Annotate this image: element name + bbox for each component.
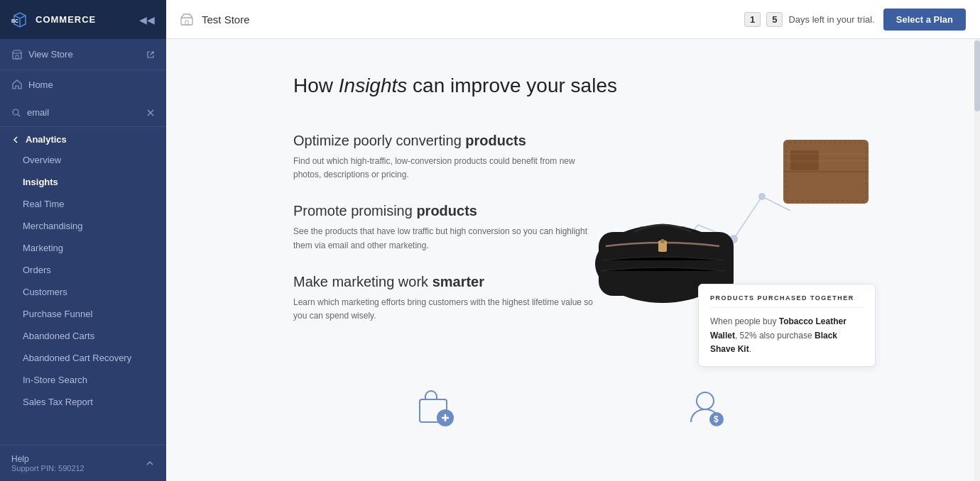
sidebar-item-customers[interactable]: Customers — [0, 281, 166, 303]
customer-dollar-icon: $ — [684, 387, 726, 429]
svg-point-4 — [13, 109, 18, 115]
sidebar-item-purchase-funnel[interactable]: Purchase Funnel — [0, 303, 166, 325]
scrollbar[interactable] — [974, 39, 980, 481]
sidebar-home[interactable]: Home — [0, 70, 166, 99]
topbar: Test Store 1 5 Days left in your trial. … — [166, 0, 980, 39]
products-card: PRODUCTS PURCHASED TOGETHER When people … — [698, 284, 876, 367]
insights-content: Optimize poorly converting products Find… — [293, 133, 847, 344]
sidebar-item-merchandising[interactable]: Merchandising — [0, 215, 166, 237]
card-body-middle: , 52% also purchase — [735, 331, 815, 341]
sidebar-header: BC COMMERCE ◀◀ — [0, 0, 166, 39]
external-link-icon — [146, 50, 155, 59]
customer-dollar-icon-container: $ — [684, 387, 726, 432]
page-title: How Insights can improve your sales — [293, 74, 847, 97]
svg-point-24 — [697, 392, 714, 409]
svg-rect-6 — [185, 21, 188, 25]
svg-point-13 — [660, 239, 665, 243]
store-topbar-icon — [180, 13, 193, 26]
help-label[interactable]: Help — [11, 454, 85, 464]
main-area: Test Store 1 5 Days left in your trial. … — [166, 0, 980, 481]
svg-text:$: $ — [714, 414, 719, 424]
trial-day-2: 5 — [766, 12, 783, 27]
view-store-label: View Store — [28, 49, 73, 60]
content-area: How Insights can improve your sales Opti… — [166, 39, 974, 481]
card-body-suffix: . — [749, 344, 751, 354]
products-card-header: PRODUCTS PURCHASED TOGETHER — [710, 294, 864, 308]
page-title-suffix: can improve your sales — [407, 74, 617, 96]
sidebar-view-store[interactable]: View Store — [0, 39, 166, 70]
products-card-body: When people buy Tobacco Leather Wallet, … — [710, 315, 864, 356]
chevron-up-icon[interactable] — [145, 458, 155, 468]
sidebar-nav: Overview Insights Real Time Merchandisin… — [0, 149, 166, 445]
scrollbar-thumb[interactable] — [974, 40, 980, 111]
home-label: Home — [28, 79, 53, 90]
insights-page: How Insights can improve your sales Opti… — [251, 39, 890, 475]
search-icon — [11, 108, 21, 118]
sidebar-item-abandoned-cart-recovery[interactable]: Abandoned Cart Recovery — [0, 347, 166, 369]
clear-search-icon[interactable] — [146, 109, 155, 117]
store-icon — [11, 49, 23, 60]
sidebar-footer: Help Support PIN: 590212 — [0, 445, 166, 481]
product-visual-area: PRODUCTS PURCHASED TOGETHER When people … — [570, 118, 876, 374]
sidebar-item-insights[interactable]: Insights — [0, 171, 166, 193]
section-2-desc: See the products that have low traffic b… — [293, 225, 599, 252]
sidebar-item-orders[interactable]: Orders — [0, 259, 166, 281]
svg-rect-2 — [13, 53, 21, 59]
page-title-prefix: How — [293, 74, 339, 96]
chevron-left-icon — [11, 136, 20, 144]
add-product-icon-container — [414, 387, 457, 432]
sidebar-item-real-time[interactable]: Real Time — [0, 193, 166, 215]
section-3-desc: Learn which marketing efforts bring cust… — [293, 296, 599, 323]
help-section: Help Support PIN: 590212 — [11, 454, 85, 472]
content-wrapper: How Insights can improve your sales Opti… — [166, 39, 980, 481]
section-label: Analytics — [26, 134, 67, 145]
svg-text:BC: BC — [11, 18, 18, 23]
sidebar-item-abandoned-carts[interactable]: Abandoned Carts — [0, 325, 166, 347]
brown-wallet-image — [776, 126, 876, 218]
sidebar-item-marketing[interactable]: Marketing — [0, 237, 166, 259]
sidebar-item-sales-tax-report[interactable]: Sales Tax Report — [0, 391, 166, 413]
svg-rect-16 — [790, 150, 819, 170]
sidebar-item-overview[interactable]: Overview — [0, 149, 166, 171]
sidebar-logo-text: COMMERCE — [36, 14, 96, 25]
trial-label: Days left in your trial. — [788, 14, 874, 25]
trial-info: 1 5 Days left in your trial. — [744, 12, 875, 27]
card-body-prefix: When people buy — [710, 316, 779, 326]
sidebar: BC COMMERCE ◀◀ View Store Home — [0, 0, 166, 481]
sidebar-logo: BC COMMERCE — [9, 9, 96, 31]
svg-rect-3 — [16, 55, 18, 59]
search-input[interactable] — [27, 107, 119, 118]
support-pin: Support PIN: 590212 — [11, 464, 85, 472]
sidebar-item-in-store-search[interactable]: In-Store Search — [0, 369, 166, 391]
sidebar-search-row — [0, 99, 166, 127]
store-name: Test Store — [202, 13, 736, 26]
svg-point-9 — [758, 193, 766, 200]
sidebar-collapse-button[interactable]: ◀◀ — [136, 11, 158, 28]
section-1-desc: Find out which high-traffic, low-convers… — [293, 155, 599, 182]
page-title-brand: Insights — [339, 74, 408, 96]
bigcommerce-logo-icon: BC — [9, 9, 31, 31]
home-icon — [11, 79, 23, 90]
add-product-icon — [414, 387, 457, 429]
svg-rect-5 — [181, 18, 192, 25]
analytics-section-header[interactable]: Analytics — [0, 127, 166, 149]
select-plan-button[interactable]: Select a Plan — [883, 9, 966, 31]
trial-day-1: 1 — [744, 12, 761, 27]
